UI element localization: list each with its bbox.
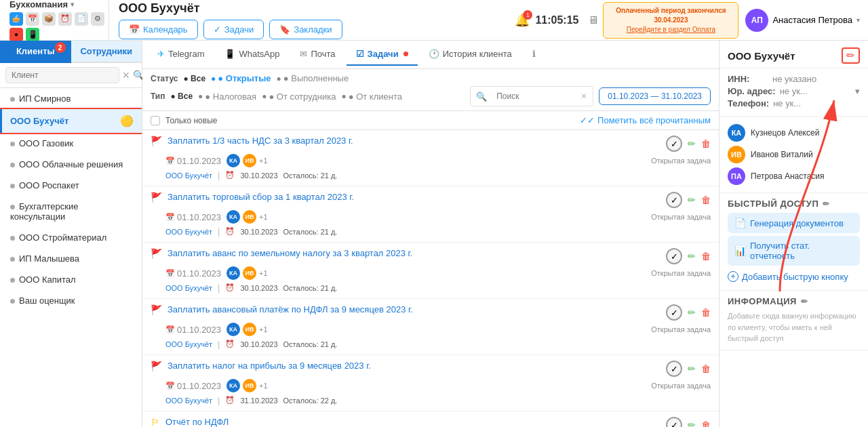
sidebar-item-buh-konsult[interactable]: Бухгалтерские консультации <box>0 196 142 227</box>
screen-icon[interactable]: 🖥 <box>588 14 599 26</box>
telegram-icon: ✈ <box>157 49 165 59</box>
task-company-1[interactable]: ООО Бухучёт <box>165 171 212 180</box>
icon-pie[interactable]: 🥧 <box>9 12 23 26</box>
sidebar-item-ooo-buhuchet[interactable]: ООО Бухучёт 🟡 <box>0 109 142 133</box>
task-status-1: Открытая задача <box>651 157 711 165</box>
filter-all[interactable]: ● Все <box>183 74 205 83</box>
edit-client-button[interactable]: ✏ <box>842 47 860 64</box>
task-company-3[interactable]: ООО Бухучёт <box>165 284 212 292</box>
task-edit-3[interactable]: ✏ <box>688 251 696 262</box>
bell-badge: 1 <box>523 10 532 20</box>
tab-clients[interactable]: Клиенты 2 <box>0 41 71 63</box>
task-search-input[interactable] <box>490 89 578 104</box>
payment-alert[interactable]: Оплаченный период закончился 30.04.2023 … <box>603 2 738 39</box>
tab-whatsapp[interactable]: 📱 WhatsApp <box>215 43 289 66</box>
icon-settings[interactable]: ⚙ <box>91 12 104 26</box>
task-company-2[interactable]: ООО Бухучёт <box>165 228 212 236</box>
task-delete-5[interactable]: 🗑 <box>701 363 711 374</box>
type-label: Тип <box>151 92 165 101</box>
addr-expand-icon[interactable]: ▾ <box>855 86 860 96</box>
sidebar-item-ooo-oblachnye[interactable]: ООО Облачные решения <box>0 154 142 175</box>
filter-from-staff[interactable]: ● ● От сотрудника <box>262 92 336 102</box>
icon-box[interactable]: 📦 <box>42 12 56 26</box>
client-search-input[interactable] <box>5 67 119 83</box>
task-delete-6[interactable]: 🗑 <box>701 420 711 427</box>
user-profile[interactable]: АП Анастасия Петрова ▾ <box>743 9 863 32</box>
sidebar-item-ooo-stroy[interactable]: ООО Стройматериал <box>0 227 142 248</box>
sidebar-item-ip-smirnov[interactable]: ИП Смирнов <box>0 88 142 109</box>
task-edit-5[interactable]: ✏ <box>688 363 696 374</box>
task-complete-3[interactable]: ✓ <box>666 248 682 264</box>
task-complete-1[interactable]: ✓ <box>666 136 682 152</box>
task-title-6[interactable]: Отчёт по НДФЛ <box>165 417 660 427</box>
sidebar-item-ip-malysheva[interactable]: ИП Малышева <box>0 248 142 269</box>
date-range-button[interactable]: 01.10.2023 — 31.10.2023 <box>599 87 711 105</box>
task-company-5[interactable]: ООО Бухучёт <box>165 396 212 405</box>
sidebar-item-ooo-gazovik[interactable]: ООО Газовик <box>0 133 142 154</box>
tab-staff[interactable]: Сотрудники <box>71 41 142 63</box>
filter-open[interactable]: ● ● Открытые <box>211 73 271 83</box>
task-company-4[interactable]: ООО Бухучёт <box>165 340 212 348</box>
add-quick-button[interactable]: + Добавить быструю кнопку <box>728 268 860 285</box>
task-title-5[interactable]: Заплатить налог на прибыль за 9 месяцев … <box>167 361 660 371</box>
calendar-button[interactable]: 📅 Календарь <box>119 20 198 39</box>
avatar-ivanov-5: ИВ <box>243 379 256 392</box>
bookmarks-button[interactable]: 🔖 Закладки <box>269 20 342 39</box>
team-member-petrova[interactable]: ПА Петрова Анастасия <box>728 165 860 187</box>
filter-tax[interactable]: ● ● Налоговая <box>198 92 256 102</box>
task-edit-6[interactable]: ✏ <box>688 420 696 427</box>
avatar-kuznetsov-4: КА <box>226 323 240 336</box>
info-section-edit-icon[interactable]: ✏ <box>801 297 808 306</box>
deadline-icon-2: ⏰ <box>225 227 235 236</box>
icon-docs[interactable]: 📄 <box>75 12 88 26</box>
status-label: Статус <box>151 74 178 83</box>
task-title-2[interactable]: Заплатить торговый сбор за 1 квартал 202… <box>167 192 660 202</box>
client-list: ИП Смирнов ООО Бухучёт 🟡 ООО Газовик ООО… <box>0 88 142 427</box>
tab-telegram[interactable]: ✈ Telegram <box>148 43 214 66</box>
task-edit-2[interactable]: ✏ <box>688 195 696 205</box>
task-complete-4[interactable]: ✓ <box>666 304 682 321</box>
deadline-icon-4: ⏰ <box>225 340 235 348</box>
task-edit-4[interactable]: ✏ <box>688 307 696 318</box>
team-member-ivanov[interactable]: ИВ Иванов Виталий <box>728 144 860 165</box>
task-edit-1[interactable]: ✏ <box>688 138 696 149</box>
task-delete-1[interactable]: 🗑 <box>701 138 711 149</box>
icon-clock[interactable]: ⏰ <box>58 12 72 26</box>
tab-history[interactable]: 🕐 История клиента <box>419 43 521 66</box>
tab-tasks[interactable]: ☑ Задачи <box>347 43 418 66</box>
task-title-4[interactable]: Заплатить авансовый платёж по НДФЛ за 9 … <box>167 304 660 314</box>
task-title-1[interactable]: Заплатить 1/3 часть НДС за 3 квартал 202… <box>167 136 660 146</box>
mark-all-read[interactable]: ✓✓ Пометить всё прочитанным <box>580 115 711 125</box>
task-complete-5[interactable]: ✓ <box>666 361 682 377</box>
search-clear-icon[interactable]: ✕ <box>580 92 587 101</box>
icon-calendar[interactable]: 📅 <box>26 12 39 26</box>
icon-whatsapp[interactable]: 📱 <box>26 28 39 41</box>
sidebar-item-ooo-kapital[interactable]: ООО Капитал <box>0 269 142 290</box>
sidebar-item-ooo-rospakiet[interactable]: ООО Роспакет <box>0 175 142 196</box>
brand-name[interactable]: Бухкомпания ▾ <box>9 0 104 9</box>
search-clear-icon[interactable]: ✕ <box>122 70 130 81</box>
task-delete-4[interactable]: 🗑 <box>701 307 711 318</box>
task-delete-2[interactable]: 🗑 <box>701 195 711 205</box>
sidebar-item-vash-ocenshik[interactable]: Ваш оценщик <box>0 290 142 311</box>
filter-type-all[interactable]: ● Все <box>171 92 193 101</box>
notification-bell[interactable]: 🔔 1 <box>515 13 530 28</box>
tab-info[interactable]: ℹ <box>523 43 545 66</box>
icon-red-circle[interactable]: ● <box>9 28 23 41</box>
generate-docs-button[interactable]: 📄 Генерация документов <box>728 213 860 233</box>
task-flag-2: 🚩 <box>151 192 162 203</box>
task-title-3[interactable]: Заплатить аванс по земельному налогу за … <box>167 248 660 258</box>
task-status-5: Открытая задача <box>651 382 711 390</box>
select-all-checkbox[interactable] <box>151 116 160 125</box>
team-member-kuznetsov[interactable]: КА Кузнецов Алексей <box>728 122 860 144</box>
task-delete-3[interactable]: 🗑 <box>701 251 711 262</box>
quick-access-edit-icon[interactable]: ✏ <box>823 199 830 209</box>
tab-mail[interactable]: ✉ Почта <box>290 43 344 66</box>
get-stat-report-button[interactable]: 📊 Получить стат. отчетность <box>728 236 860 266</box>
filter-done[interactable]: ● ● Выполненные <box>277 73 349 83</box>
task-complete-6[interactable]: ✓ <box>666 417 682 427</box>
task-complete-2[interactable]: ✓ <box>666 192 682 208</box>
tasks-button[interactable]: ✓ Задачи <box>203 20 264 39</box>
filter-from-client[interactable]: ● ● От клиента <box>341 92 402 102</box>
team-name-ivanov: Иванов Виталий <box>751 150 813 159</box>
